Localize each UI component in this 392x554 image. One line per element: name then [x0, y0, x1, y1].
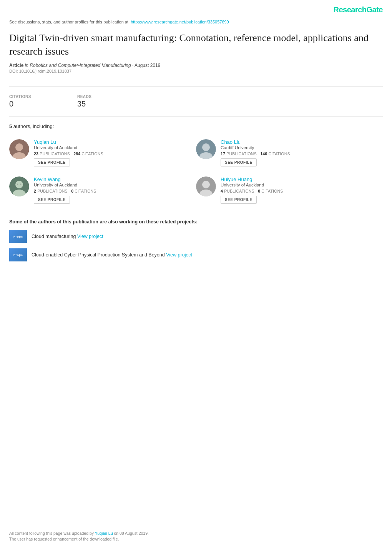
authors-section: 5 authors, including: Yuqian Lu Universi… [0, 120, 392, 213]
publication-url[interactable]: https://www.researchgate.net/publication… [131, 20, 229, 24]
author-card-kevin: Kevin Wang University of Auckland 2 PUBL… [9, 172, 196, 209]
author-stats-kevin: 2 PUBLICATIONS 0 CITATIONS [34, 189, 193, 193]
authors-heading: 5 authors, including: [9, 123, 383, 129]
author-name-huiyue[interactable]: Huiyue Huang [221, 176, 380, 182]
author-card-huiyue: Huiyue Huang University of Auckland 4 PU… [196, 172, 383, 209]
author-info-huiyue: Huiyue Huang University of Auckland 4 PU… [221, 176, 380, 204]
avatar-chao [196, 139, 216, 159]
stats-row: CITATIONS 0 READS 35 [0, 91, 392, 112]
header: ResearchGate [0, 0, 392, 17]
see-profile-yuqian[interactable]: SEE PROFILE [34, 158, 70, 166]
title-area: Digital Twin-driven smart manufacturing:… [0, 28, 392, 83]
svg-point-9 [17, 184, 18, 185]
svg-point-10 [20, 184, 22, 185]
svg-point-12 [202, 181, 210, 188]
divider-1 [9, 87, 383, 87]
article-type: Article [9, 63, 23, 68]
author-affiliation-kevin: University of Auckland [34, 183, 193, 187]
project-view-link-2[interactable]: View project [166, 252, 192, 258]
project-item-1: Projm Cloud manufacturing View project [9, 230, 383, 243]
reads-value: 35 [77, 100, 92, 108]
avatar-yuqian [9, 139, 29, 159]
reads-label: READS [77, 95, 92, 99]
citations-label: CITATIONS [9, 95, 31, 99]
project-name-1: Cloud manufacturing [32, 234, 76, 239]
author-affiliation-yuqian: University of Auckland [34, 145, 193, 150]
author-info-kevin: Kevin Wang University of Auckland 2 PUBL… [34, 176, 193, 204]
top-link-text: See discussions, stats, and author profi… [9, 20, 130, 24]
author-affiliation-chao: Cardiff University [221, 145, 380, 150]
svg-point-7 [15, 181, 23, 188]
project-thumb-label-2: Projm [13, 253, 23, 257]
footer-line-2: The user has requested enhancement of th… [9, 537, 383, 541]
author-stats-huiyue: 4 PUBLICATIONS 0 CITATIONS [221, 189, 380, 193]
author-name-yuqian[interactable]: Yuqian Lu [34, 139, 193, 145]
project-label-1: Cloud manufacturing View project [32, 234, 103, 239]
citations-stat: CITATIONS 0 [9, 95, 31, 108]
project-thumb-label-1: Projm [13, 235, 23, 238]
authors-grid: Yuqian Lu University of Auckland 23 PUBL… [9, 135, 383, 209]
footer: All content following this page was uplo… [9, 531, 383, 542]
brand-logo: ResearchGate [333, 5, 383, 14]
see-profile-huiyue[interactable]: SEE PROFILE [221, 196, 257, 204]
footer-line-1: All content following this page was uplo… [9, 531, 383, 536]
project-label-2: Cloud-enabled Cyber Physical Production … [32, 252, 192, 258]
article-meta: Article in Robotics and Computer-Integra… [9, 63, 383, 68]
author-info-chao: Chao Liu Cardiff University 17 PUBLICATI… [221, 139, 380, 166]
related-projects-heading: Some of the authors of this publication … [9, 219, 383, 225]
top-link-bar: See discussions, stats, and author profi… [0, 17, 392, 28]
reads-stat: READS 35 [77, 95, 92, 108]
author-info-yuqian: Yuqian Lu University of Auckland 23 PUBL… [34, 139, 193, 166]
author-name-chao[interactable]: Chao Liu [221, 139, 380, 145]
avatar-huiyue [196, 176, 216, 196]
project-thumb-1: Projm [9, 230, 27, 243]
article-title: Digital Twin-driven smart manufacturing:… [9, 31, 383, 58]
article-date: August 2019 [135, 63, 160, 68]
author-stats-chao: 17 PUBLICATIONS 146 CITATIONS [221, 151, 380, 156]
article-doi: DOI: 10.1016/j.rcim.2019.101837 [9, 69, 383, 73]
citations-value: 0 [9, 100, 31, 108]
divider-2 [9, 116, 383, 116]
avatar-kevin [9, 176, 29, 196]
project-name-2: Cloud-enabled Cyber Physical Production … [32, 252, 165, 258]
article-journal: Robotics and Computer-Integrated Manufac… [30, 63, 131, 68]
author-stats-yuqian: 23 PUBLICATIONS 284 CITATIONS [34, 151, 193, 156]
project-view-link-1[interactable]: View project [77, 234, 103, 239]
svg-point-1 [15, 143, 23, 151]
see-profile-chao[interactable]: SEE PROFILE [221, 158, 257, 166]
project-item-2: Projm Cloud-enabled Cyber Physical Produ… [9, 248, 383, 261]
footer-uploader-link[interactable]: Yuqian Lu [95, 531, 113, 536]
author-affiliation-huiyue: University of Auckland [221, 183, 380, 187]
svg-point-4 [202, 143, 210, 151]
project-thumb-2: Projm [9, 248, 27, 261]
related-projects-section: Some of the authors of this publication … [0, 213, 392, 271]
see-profile-kevin[interactable]: SEE PROFILE [34, 196, 70, 204]
author-name-kevin[interactable]: Kevin Wang [34, 176, 193, 182]
author-card-yuqian: Yuqian Lu University of Auckland 23 PUBL… [9, 135, 196, 172]
author-card-chao: Chao Liu Cardiff University 17 PUBLICATI… [196, 135, 383, 172]
